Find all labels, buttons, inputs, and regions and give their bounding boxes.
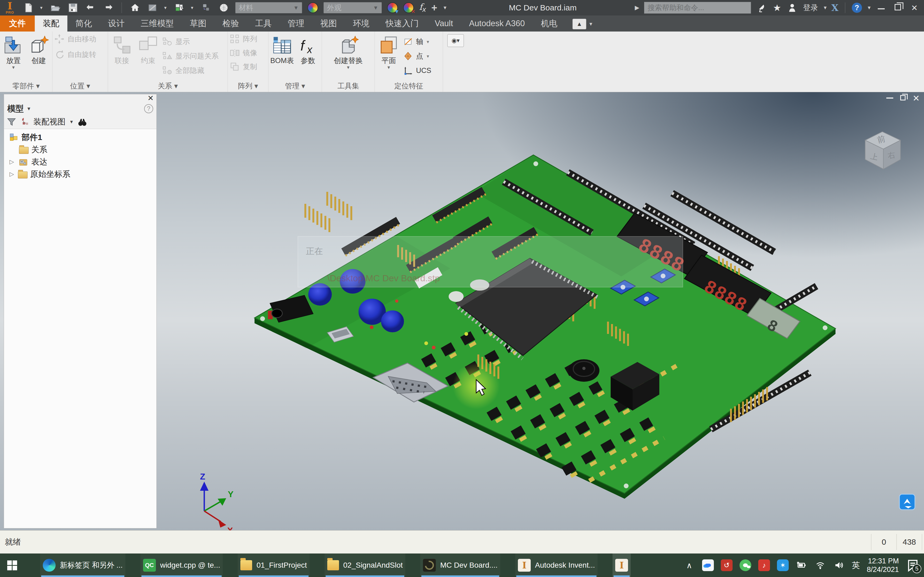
panel-label-pattern[interactable]: 阵列 ▾ [228,81,268,91]
sketch-view-caret-icon[interactable]: ▾ [164,5,168,11]
place-button[interactable]: 放置 ▼ [2,34,26,70]
point-button[interactable]: 点 ▼ [403,51,431,61]
help-caret-icon[interactable]: ▼ [867,5,871,11]
constrain-button[interactable]: 约束 [136,34,160,64]
parameters-fx-icon[interactable]: fx [419,2,426,14]
ribbon-tab[interactable]: 设计 [100,16,132,32]
restore-button[interactable] [892,3,904,12]
input-language-indicator[interactable]: 英 [852,560,860,571]
search-binoculars-icon[interactable] [78,117,87,127]
favorites-star-icon[interactable]: ★ [773,2,781,13]
panel-label-productivity[interactable]: 工具集 [322,81,375,91]
title-expand-arrow-icon[interactable]: ▶ [635,4,639,11]
view-selector-caret-icon[interactable]: ▼ [69,119,74,125]
ribbon-tab[interactable]: 草图 [182,16,215,32]
ribbon-tab[interactable]: 装配 [35,16,67,32]
taskbar-button[interactable]: Autodesk Invent... [515,553,598,577]
ribbon-tab[interactable]: 快速入门 [378,16,427,32]
filter-icon[interactable] [7,117,16,127]
panel-label-component[interactable]: 零部件 ▾ [0,81,52,91]
taskbar-button[interactable]: 01_FirstProject [238,553,309,577]
expander-icon[interactable]: ▷ [8,158,15,165]
ribbon-tab[interactable]: 文件 [0,16,35,32]
axis-button[interactable]: 轴 ▼ [403,36,431,47]
taskbar-button[interactable]: MC Dev Board.... [420,553,500,577]
doc-close-button[interactable]: ✕ [913,93,920,103]
adjust-appearance-icon[interactable]: ▼ [387,2,398,13]
notification-center-icon[interactable]: 5 [906,558,920,572]
add-command-icon[interactable]: + [431,2,437,14]
browser-title[interactable]: 模型 [7,103,24,114]
appearance-combo[interactable]: 外观 ▼ [323,2,382,13]
taskbar-button[interactable]: 02_SignalAndSlot [325,553,405,577]
ribbon-tab[interactable]: 管理 [279,16,312,32]
ribbon-collapse-caret-icon[interactable]: ▼ [588,21,593,27]
ribbon-tab[interactable]: 工具 [247,16,279,32]
free-rotate-button[interactable]: 自由旋转 [54,49,96,60]
tree-item-relationships[interactable]: 关系 [4,143,157,156]
create-substitutes-button[interactable]: 创建替换 ▼ [328,34,368,70]
material-combo[interactable]: 材料 ▼ [235,2,302,13]
mirror-button[interactable]: 镜像 [229,48,257,58]
copy-button[interactable]: 复制 [229,61,257,72]
joint-button[interactable]: 联接 [110,34,134,64]
user-icon[interactable] [786,2,798,14]
start-button[interactable] [0,553,24,577]
tray-expand-icon[interactable]: ∧ [683,559,695,571]
sketch-view-icon[interactable] [147,2,159,14]
show-relationships-button[interactable]: 显示 [162,36,219,47]
new-file-caret-icon[interactable]: ▾ [40,5,44,11]
tim-qq-icon[interactable]: ✶ [777,559,789,571]
browser-close-icon[interactable]: ✕ [148,95,154,102]
clear-appearance-icon[interactable]: ✕ [403,2,414,13]
wifi-icon[interactable] [814,559,826,571]
search-input[interactable] [648,4,748,12]
component-visibility-caret-icon[interactable]: ▾ [191,5,195,11]
view-cube[interactable]: 前 上 右 [865,132,900,169]
show-sick-relationships-button[interactable]: 显示问题关系 [162,51,219,61]
component-visibility-icon[interactable] [173,2,186,14]
browser-view-selector[interactable]: 装配视图 [34,116,66,127]
pattern-button[interactable]: 阵列 [229,34,257,44]
ribbon-tab[interactable]: Autodesk A360 [461,16,533,32]
browser-help-icon[interactable]: ? [144,104,153,113]
panel-label-relationships[interactable]: 关系 ▾ [108,81,228,91]
doc-minimize-button[interactable] [886,96,893,101]
help-icon[interactable]: ? [852,3,862,13]
qat-customize-caret-icon[interactable]: ▼ [443,5,446,11]
taskbar-button[interactable]: widget.cpp @ te... [141,553,223,577]
plane-button[interactable]: 平面 ▼ [376,34,401,70]
tree-item-assembly[interactable]: 部件1 [4,131,157,143]
panel-label-manage[interactable]: 管理 ▾ [268,81,321,91]
material-sphere-icon[interactable] [218,2,230,14]
open-file-icon[interactable] [49,2,61,14]
volume-icon[interactable] [833,559,845,571]
taskbar-button[interactable] [612,553,631,577]
minimize-button[interactable] [876,3,887,12]
redo-icon[interactable] [102,2,115,14]
3d-viewport-canvas[interactable]: 8888 8888 8 [156,92,924,530]
ribbon-tab[interactable]: 简化 [67,16,100,32]
office-app-icon[interactable]: ↺ [721,559,733,571]
doc-restore-button[interactable] [900,95,906,102]
parameters-button[interactable]: fx 参数 [296,34,320,64]
ribbon-overflow-button[interactable]: ◉▾ [447,34,464,47]
ucs-button[interactable]: UCS [403,65,431,76]
netease-music-icon[interactable]: ♪ [758,559,770,571]
color-wheel-icon[interactable] [307,2,318,13]
tree-item-representations[interactable]: ▷ 表达 [4,156,157,168]
browser-title-caret-icon[interactable]: ▼ [26,106,31,112]
exchange-apps-icon[interactable]: X [832,2,838,13]
wechat-icon[interactable] [740,559,751,571]
free-move-button[interactable]: 自由移动 [54,34,96,44]
sign-in-button[interactable]: 登录 [803,3,818,13]
properties-corner-button[interactable] [900,494,915,510]
cloud-drive-icon[interactable] [702,559,714,571]
ribbon-tab[interactable]: 环境 [345,16,378,32]
power-battery-icon[interactable] [796,559,808,571]
assembly-view-icon[interactable] [20,117,30,127]
bom-button[interactable]: BOM表 [270,34,294,64]
undo-icon[interactable] [84,2,97,14]
ribbon-tab[interactable]: Vault [427,16,461,32]
sign-in-caret-icon[interactable]: ▼ [823,5,827,11]
